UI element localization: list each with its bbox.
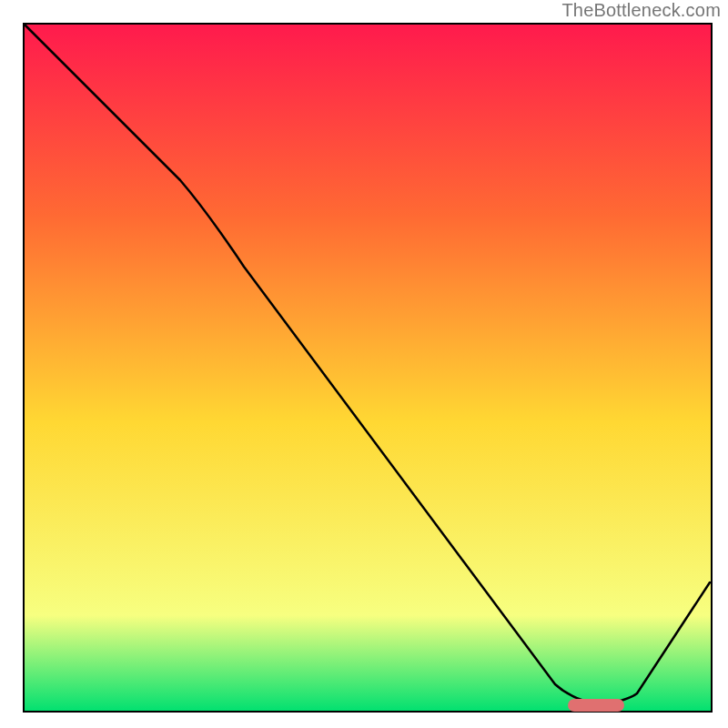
bottleneck-chart [0,0,728,728]
minimum-marker [568,699,624,712]
attribution-text: TheBottleneck.com [561,0,721,21]
